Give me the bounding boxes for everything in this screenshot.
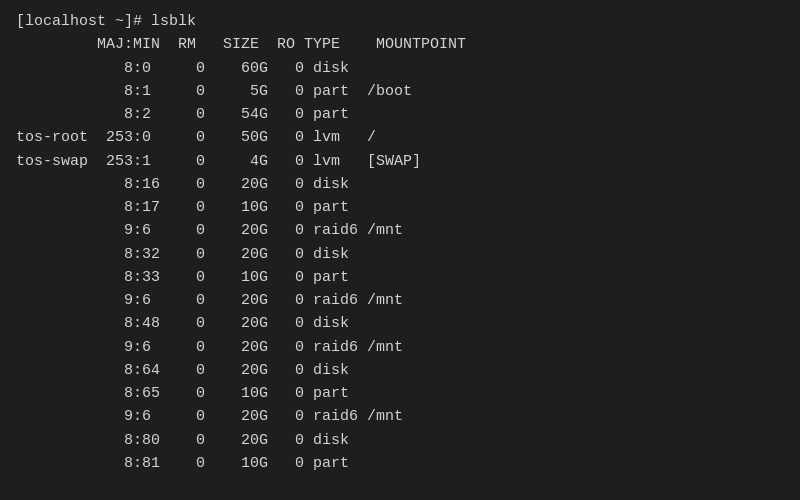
table-row: 8:64 0 20G 0 disk (16, 359, 784, 382)
table-row: 8:1 0 5G 0 part /boot (16, 80, 784, 103)
table-row: tos-swap 253:1 0 4G 0 lvm [SWAP] (16, 150, 784, 173)
table-row: 8:80 0 20G 0 disk (16, 429, 784, 452)
terminal-window: [localhost ~]# lsblk MAJ:MIN RM SIZE RO … (16, 10, 784, 490)
table-row: 8:2 0 54G 0 part (16, 103, 784, 126)
table-row: 9:6 0 20G 0 raid6 /mnt (16, 289, 784, 312)
table-row: 8:17 0 10G 0 part (16, 196, 784, 219)
table-row: 8:81 0 10G 0 part (16, 452, 784, 475)
table-row: 8:32 0 20G 0 disk (16, 243, 784, 266)
table-row: 8:48 0 20G 0 disk (16, 312, 784, 335)
table-row: 9:6 0 20G 0 raid6 /mnt (16, 219, 784, 242)
lsblk-output: 8:0 0 60G 0 disk 8:1 0 5G 0 part /boot 8… (16, 57, 784, 476)
table-row: 8:0 0 60G 0 disk (16, 57, 784, 80)
table-row: 9:6 0 20G 0 raid6 /mnt (16, 336, 784, 359)
lsblk-header: MAJ:MIN RM SIZE RO TYPE MOUNTPOINT (16, 33, 784, 56)
table-row: 8:33 0 10G 0 part (16, 266, 784, 289)
command-prompt: [localhost ~]# lsblk (16, 10, 784, 33)
table-row: 8:16 0 20G 0 disk (16, 173, 784, 196)
table-row: 9:6 0 20G 0 raid6 /mnt (16, 405, 784, 428)
table-row: tos-root 253:0 0 50G 0 lvm / (16, 126, 784, 149)
table-row: 8:65 0 10G 0 part (16, 382, 784, 405)
